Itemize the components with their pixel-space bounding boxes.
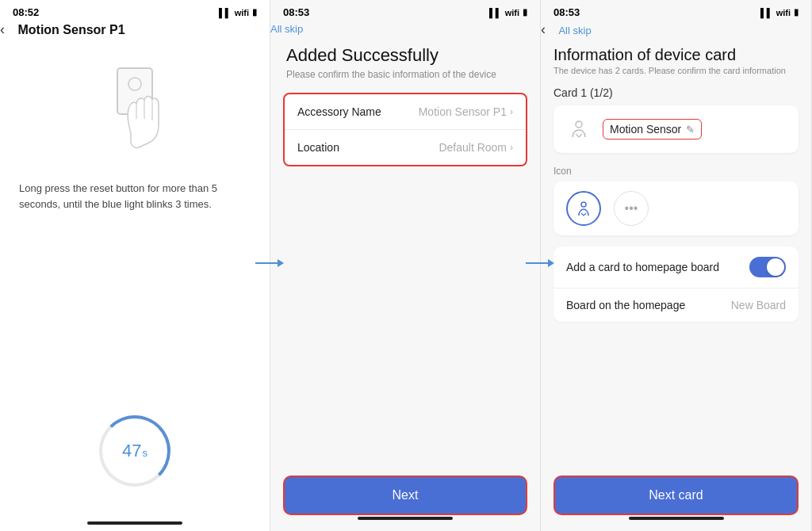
accessory-label: Accessory Name — [297, 105, 381, 118]
wifi-icon-2: wifi — [505, 8, 519, 17]
status-bar-3: 08:53 ▌▌ wifi ▮ — [541, 0, 811, 21]
device-illustration — [0, 38, 270, 181]
success-title: Added Successfully — [270, 36, 540, 69]
motion-sensor-name: Motion Sensor — [610, 123, 681, 136]
all-skip-2[interactable]: All skip — [270, 23, 303, 35]
arrow-connector-2 — [526, 255, 554, 276]
nav-bar-3: ‹ All skip — [541, 21, 811, 38]
status-icons-3: ▌▌ wifi ▮ — [760, 7, 799, 17]
toggle-label: Add a card to homepage board — [566, 261, 719, 273]
home-indicator-1 — [87, 521, 182, 525]
card-number: Card 1 (1/2) — [541, 83, 811, 105]
phone-panel-1: 08:52 ▌▌ wifi ▮ ‹ Motion Sensor P1 Long … — [0, 0, 270, 531]
status-bar-1: 08:52 ▌▌ wifi ▮ — [0, 0, 270, 21]
more-icon: ••• — [625, 201, 638, 216]
wifi-icon-3: wifi — [776, 8, 791, 17]
timer-unit: s — [142, 447, 147, 459]
all-skip-3[interactable]: All skip — [558, 25, 591, 36]
svg-marker-8 — [548, 259, 554, 267]
nav-bar-1: ‹ Motion Sensor P1 — [0, 21, 270, 38]
svg-marker-6 — [278, 259, 284, 267]
icon-option-person[interactable] — [566, 191, 601, 226]
next-button[interactable]: Next — [283, 476, 527, 515]
battery-icon-1: ▮ — [252, 7, 257, 17]
next-card-btn-wrap: Next card — [553, 476, 799, 515]
time-1: 08:52 — [13, 6, 39, 18]
location-row[interactable]: Location Default Room › — [285, 129, 526, 165]
board-row[interactable]: Board on the homepage New Board — [553, 288, 799, 322]
toggle-row: Add a card to homepage board — [553, 246, 799, 288]
next-btn-wrap: Next — [283, 476, 527, 515]
device-card-title: Information of device card — [541, 38, 811, 66]
device-card-subtitle: The device has 2 cards. Please confirm t… — [541, 66, 811, 83]
signal-icon-3: ▌▌ — [760, 8, 773, 17]
back-icon-3[interactable]: ‹ — [541, 21, 546, 37]
device-hand-svg — [95, 62, 174, 165]
wifi-icon-1: wifi — [235, 8, 249, 17]
signal-icon-1: ▌▌ — [219, 8, 232, 17]
battery-icon-2: ▮ — [523, 7, 527, 17]
icon-selector: ••• — [553, 181, 799, 235]
timer-circle: 47 s — [99, 415, 170, 487]
name-box: Motion Sensor ✎ — [553, 105, 799, 153]
time-2: 08:53 — [283, 6, 309, 18]
info-card: Accessory Name Motion Sensor P1 › Locati… — [283, 93, 527, 166]
nav-bar-2: All skip — [270, 21, 540, 36]
toggle-switch[interactable] — [749, 257, 786, 277]
motion-person-icon — [565, 115, 593, 143]
status-icons-1: ▌▌ wifi ▮ — [219, 7, 257, 17]
board-label: Board on the homepage — [566, 299, 685, 311]
signal-icon-2: ▌▌ — [489, 8, 502, 17]
chevron-accessory-icon: › — [510, 106, 513, 117]
success-subtitle: Please confirm the basic information of … — [270, 69, 540, 93]
timer-container: 47 s — [0, 399, 270, 487]
chevron-location-icon: › — [510, 142, 513, 153]
icon-section-label: Icon — [541, 162, 811, 181]
home-indicator-2 — [358, 517, 453, 520]
edit-icon[interactable]: ✎ — [686, 124, 695, 136]
location-value: Default Room — [439, 141, 507, 154]
instruction-text: Long press the reset button for more tha… — [0, 181, 270, 212]
home-indicator-3 — [629, 517, 724, 520]
next-card-button[interactable]: Next card — [553, 476, 799, 515]
accessory-value: Motion Sensor P1 — [419, 105, 507, 118]
phone-panel-3: 08:53 ▌▌ wifi ▮ ‹ All skip Information o… — [541, 0, 812, 531]
status-bar-2: 08:53 ▌▌ wifi ▮ — [270, 0, 540, 21]
icon-option-more[interactable]: ••• — [614, 191, 649, 226]
svg-point-9 — [576, 121, 582, 128]
nav-title-1: Motion Sensor P1 — [17, 23, 124, 36]
phone-panel-2: 08:53 ▌▌ wifi ▮ All skip Added Successfu… — [270, 0, 541, 531]
location-label: Location — [297, 141, 339, 154]
timer-value: 47 — [122, 441, 141, 461]
battery-icon-3: ▮ — [794, 7, 799, 17]
svg-point-10 — [581, 202, 586, 207]
back-icon-1[interactable]: ‹ — [0, 21, 5, 37]
board-value: New Board — [731, 299, 786, 311]
arrow-connector-1 — [255, 255, 284, 276]
time-3: 08:53 — [553, 6, 580, 18]
status-icons-2: ▌▌ wifi ▮ — [489, 7, 527, 17]
name-badge[interactable]: Motion Sensor ✎ — [603, 119, 702, 139]
accessory-row[interactable]: Accessory Name Motion Sensor P1 › — [285, 94, 526, 129]
